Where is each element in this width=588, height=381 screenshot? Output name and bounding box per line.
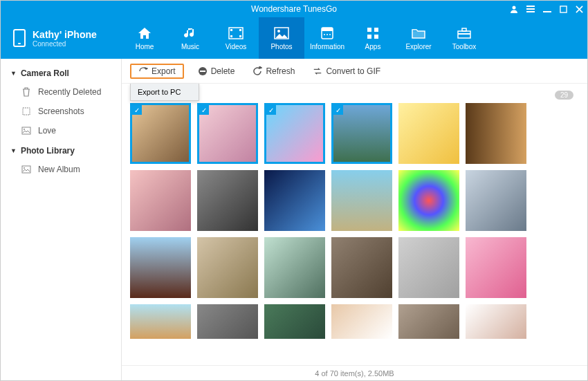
- screenshot-icon: [21, 106, 31, 116]
- photo-thumb[interactable]: [197, 304, 258, 339]
- svg-rect-26: [23, 108, 30, 115]
- photo-thumb[interactable]: [398, 304, 459, 339]
- check-icon: ✓: [266, 105, 276, 115]
- sidebar-item-love[interactable]: Love: [1, 121, 121, 140]
- videos-icon: [228, 26, 244, 41]
- photo-thumb[interactable]: ✓: [197, 103, 258, 164]
- svg-rect-7: [230, 29, 232, 31]
- photo-thumb[interactable]: [130, 304, 191, 339]
- svg-rect-27: [22, 127, 30, 134]
- nav-videos[interactable]: Videos: [213, 17, 259, 59]
- device-status: Connected: [33, 40, 97, 48]
- photo-thumb[interactable]: [264, 170, 325, 231]
- svg-rect-5: [560, 6, 567, 12]
- menu-icon[interactable]: [526, 5, 535, 13]
- nav-toolbox[interactable]: Toolbox: [441, 17, 487, 59]
- svg-rect-14: [322, 28, 333, 31]
- photo-thumb[interactable]: [466, 237, 526, 298]
- photo-thumb[interactable]: [331, 170, 392, 231]
- nav-apps[interactable]: Apps: [350, 17, 396, 59]
- sidebar-item-new-album[interactable]: New Album: [1, 160, 121, 179]
- photo-thumb[interactable]: [466, 304, 526, 339]
- nav-home[interactable]: Home: [122, 17, 167, 59]
- window-title: Wondershare TunesGo: [251, 4, 337, 14]
- titlebar: Wondershare TunesGo: [1, 1, 587, 17]
- svg-rect-9: [239, 29, 241, 31]
- check-icon: ✓: [199, 105, 209, 115]
- svg-point-12: [277, 30, 280, 32]
- device-name: Kathy' iPhone: [33, 29, 97, 40]
- delete-button[interactable]: Delete: [194, 64, 239, 78]
- photo-thumb[interactable]: [398, 170, 459, 231]
- photo-thumb[interactable]: [331, 304, 392, 339]
- sidebar-group-camera-roll[interactable]: ▼ Camera Roll: [1, 63, 121, 82]
- convert-to-gif-button[interactable]: Convert to GIF: [309, 64, 385, 78]
- sidebar-item-recently-deleted[interactable]: Recently Deleted: [1, 82, 121, 102]
- photo-grid-content[interactable]: 2016-08-24 29 ✓ ✓ ✓ ✓: [122, 84, 587, 365]
- svg-rect-24: [462, 28, 466, 31]
- image-icon: [21, 126, 31, 136]
- nav-explorer[interactable]: Explorer: [396, 17, 441, 59]
- photo-thumb[interactable]: ✓: [331, 103, 392, 164]
- svg-rect-22: [412, 31, 425, 38]
- photo-thumb[interactable]: [130, 170, 191, 231]
- music-icon: [183, 26, 197, 41]
- svg-rect-18: [367, 28, 371, 32]
- check-icon: ✓: [132, 105, 142, 115]
- apps-icon: [366, 26, 380, 41]
- caret-down-icon: ▼: [10, 147, 17, 154]
- photo-thumb[interactable]: [197, 170, 258, 231]
- export-to-pc-item[interactable]: Export to PC: [131, 84, 199, 100]
- phone-icon: [13, 29, 26, 47]
- device-info[interactable]: Kathy' iPhone Connected: [1, 29, 122, 48]
- export-button[interactable]: Export: [130, 64, 184, 79]
- refresh-icon: [252, 66, 262, 76]
- photo-thumb[interactable]: [398, 103, 459, 164]
- svg-rect-32: [200, 71, 205, 72]
- svg-rect-21: [374, 35, 378, 39]
- photo-thumb[interactable]: ✓: [264, 103, 325, 164]
- svg-point-28: [24, 129, 25, 130]
- sidebar: ▼ Camera Roll Recently Deleted Screensho…: [1, 59, 122, 380]
- toolbar: Export Delete Refresh Convert to GIF: [122, 59, 587, 84]
- caret-down-icon: ▼: [10, 70, 17, 77]
- user-icon[interactable]: [510, 5, 518, 13]
- photo-thumb[interactable]: ✓: [130, 103, 191, 164]
- toolbox-icon: [457, 26, 472, 41]
- photo-thumb[interactable]: [398, 237, 459, 298]
- nav-music[interactable]: Music: [167, 17, 213, 59]
- convert-icon: [313, 66, 322, 76]
- home-icon: [137, 26, 152, 41]
- svg-rect-3: [526, 11, 535, 12]
- nav: Home Music Videos Photos Information App…: [122, 17, 487, 59]
- photo-thumb[interactable]: [264, 237, 325, 298]
- close-icon[interactable]: [576, 6, 583, 13]
- explorer-icon: [411, 26, 426, 41]
- image-icon: [21, 165, 31, 174]
- maximize-icon[interactable]: [560, 6, 567, 13]
- sidebar-group-photo-library[interactable]: ▼ Photo Library: [1, 140, 121, 160]
- svg-point-30: [24, 167, 25, 169]
- sidebar-item-screenshots[interactable]: Screenshots: [1, 102, 121, 121]
- topbar: Kathy' iPhone Connected Home Music Video…: [1, 17, 587, 59]
- photo-thumb[interactable]: [466, 103, 526, 164]
- count-badge: 29: [555, 91, 573, 100]
- check-icon: ✓: [333, 105, 343, 115]
- svg-point-16: [327, 34, 328, 35]
- photo-thumb[interactable]: [197, 237, 258, 298]
- refresh-button[interactable]: Refresh: [248, 64, 299, 78]
- photo-thumb[interactable]: [264, 304, 325, 339]
- svg-rect-25: [458, 33, 470, 35]
- export-dropdown: Export to PC: [130, 84, 199, 101]
- status-text: 4 of 70 item(s), 2.50MB: [315, 369, 394, 378]
- minimize-icon[interactable]: [543, 5, 551, 13]
- main: Export Delete Refresh Convert to GIF Exp…: [122, 59, 587, 380]
- nav-photos[interactable]: Photos: [259, 17, 304, 59]
- nav-information[interactable]: Information: [304, 17, 350, 59]
- photo-thumb[interactable]: [331, 237, 392, 298]
- photo-grid: ✓ ✓ ✓ ✓: [130, 103, 579, 339]
- photo-thumb[interactable]: [130, 237, 191, 298]
- svg-rect-1: [526, 6, 535, 7]
- svg-rect-29: [22, 166, 30, 173]
- photo-thumb[interactable]: [466, 170, 526, 231]
